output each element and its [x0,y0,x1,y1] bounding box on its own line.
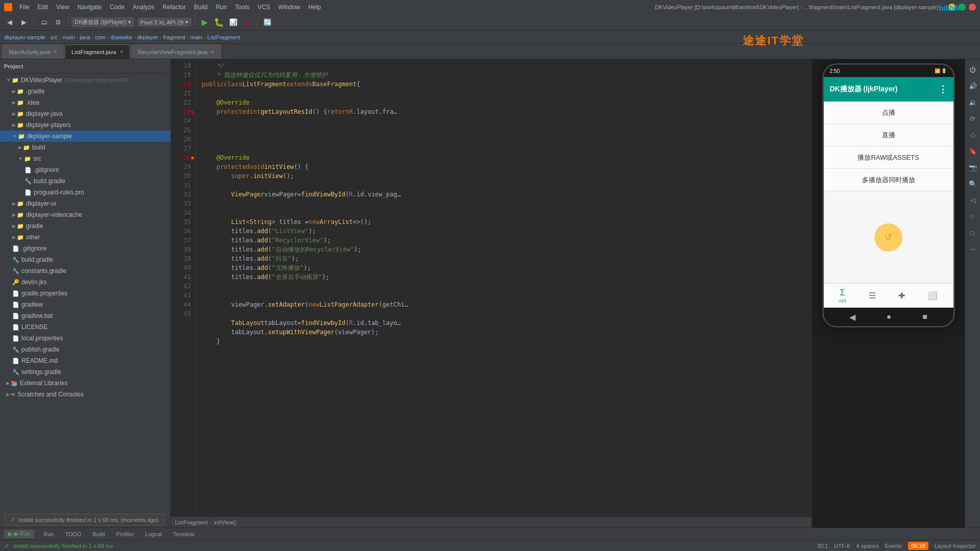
tab-recyclerviewfragment[interactable]: RecyclerViewFragment.java ✕ [131,44,222,59]
profile-button[interactable]: 📊 [227,16,240,29]
tree-src[interactable]: ▼ 📁 src [0,153,170,164]
tab-mainactivity-close[interactable]: ✕ [53,49,57,55]
tab-profiler[interactable]: Profiler [111,530,139,538]
tree-dkplayer-sample[interactable]: ▼ 📁 dkplayer-sample [0,131,170,142]
diamond-tool[interactable]: ◇ [967,129,979,141]
tab-listfragment-close[interactable]: ✕ [119,49,124,55]
menu-run[interactable]: Run [213,3,230,12]
phone-list-item-1[interactable]: 直播 [824,124,953,146]
tree-constants-gradle[interactable]: 🔧 constants.gradle [0,265,170,277]
phone-list-item-2[interactable]: 播放RAW或ASSETS [824,146,953,169]
square-tool[interactable]: □ [967,227,979,239]
code-content[interactable]: */ * 我这样做仅仅只为代码复用，方便维护 public class List… [195,59,812,516]
tab-listfragment[interactable]: ListFragment.java ✕ [65,44,130,59]
rotate-tool[interactable]: ⟳ [967,112,979,124]
menu-window[interactable]: Window [275,3,303,12]
breadcrumb-item-7[interactable]: fragment [163,34,185,40]
breadcrumb-item-9[interactable]: ListFragment [207,34,240,40]
back-nav-tool[interactable]: ◁ [967,194,979,206]
tree-devlin-jks[interactable]: 🔑 devlin.jks [0,277,170,288]
tree-local-properties[interactable]: 📄 local.properties [0,333,170,344]
menu-tools[interactable]: Tools [232,3,253,12]
maximize-button[interactable] [959,4,966,11]
breadcrumb-item-2[interactable]: main [63,34,75,40]
run-button[interactable]: ▶ ▶ Run [4,530,34,538]
menu-edit[interactable]: Edit [34,3,51,12]
phone-recents-btn[interactable]: ■ [922,312,927,321]
phone-nav-list[interactable]: ☰ [869,291,876,300]
tree-root[interactable]: ▼ 📁 DKVideoPlayer D:\workspace\ttit\andr… [0,74,170,86]
tree-dkplayer-videocache[interactable]: ▶ 📁 dkplayer-videocache [0,209,170,220]
breadcrumb-item-3[interactable]: java [80,34,90,40]
tab-todo[interactable]: TODO [60,530,86,538]
phone-nav-plus[interactable]: ✚ [898,291,905,300]
tree-scratches[interactable]: ▶ ✏ Scratches and Consoles [0,389,170,400]
project-structure-button[interactable]: 🗂 [37,16,51,29]
tree-dkplayer-ui[interactable]: ▶ 📁 dkplayer-ui [0,198,170,209]
breadcrumb-item-5[interactable]: dueeeke [111,34,132,40]
bookmark-tool[interactable]: 🔖 [967,145,979,157]
tree-gitignore-sample[interactable]: 📄 .gitignore [0,164,170,176]
tree-gradle-properties[interactable]: 📄 gradle.properties [0,288,170,299]
close-button[interactable] [969,4,976,11]
breadcrumb-item-6[interactable]: dkplayer [137,34,158,40]
more-tool[interactable]: ⋯ [967,243,979,255]
menu-view[interactable]: View [53,3,72,12]
menu-build[interactable]: Build [191,3,211,12]
volume-tool[interactable]: 🔊 [967,80,979,92]
tree-readme[interactable]: 📄 README.md [0,355,170,366]
phone-list-item-3[interactable]: 多播放器同时播放 [824,169,953,191]
back-button[interactable]: ◀ [3,16,16,29]
tree-gradle-hidden[interactable]: ▶ 📁 .gradle [0,86,170,97]
debug-button[interactable]: 🐛 [212,16,226,29]
tree-settings-gradle[interactable]: 🔧 settings.gradle [0,366,170,378]
menu-file[interactable]: File [16,3,32,12]
phone-nav-screen[interactable]: ⬜ [927,291,938,300]
menu-navigate[interactable]: Navigate [75,3,105,12]
phone-menu-icon[interactable]: ⋮ [938,84,947,95]
volume-down-tool[interactable]: 🔉 [967,96,979,108]
tree-dkplayer-players[interactable]: ▶ 📁 dkplayer-players [0,119,170,131]
breadcrumb-item-8[interactable]: main [190,34,203,40]
tree-external-libs[interactable]: ▶ 📚 External Libraries [0,378,170,389]
tree-publish-gradle[interactable]: 🔧 publish.gradle [0,344,170,355]
run-app-button[interactable]: ▶ [198,16,211,29]
breadcrumb-item-4[interactable]: com [95,34,106,40]
tree-idea[interactable]: ▶ 📁 .idea [0,97,170,108]
device-config-selector[interactable]: Pixel 3 XL API 29 ▾ [137,18,192,27]
tree-other[interactable]: ▶ 📁 other [0,232,170,243]
tree-gradlew-bat[interactable]: 📄 gradlew.bat [0,310,170,321]
device-selector[interactable]: DK播放器 (IjkPlayer) ▾ [71,17,134,27]
menu-help[interactable]: Help [305,3,324,12]
tab-build[interactable]: Build [87,530,110,538]
tree-gradlew[interactable]: 📄 gradlew [0,299,170,310]
tab-mainactivity[interactable]: MainActivity.java ✕ [2,44,64,59]
tab-terminal[interactable]: Terminal [168,530,200,538]
phone-nav-api[interactable]: Σ API [839,288,847,304]
tree-buildgradle-sample[interactable]: 🔧 build.gradle [0,176,170,187]
menu-code[interactable]: Code [107,3,128,12]
power-tool[interactable]: ⏻ [967,63,979,76]
code-area[interactable]: 18 19 20 21 22 23 ● 24 25 26 27 28 ● 29 … [171,59,812,516]
layout-inspector-btn[interactable]: Layout Inspector [935,543,976,549]
settings-button[interactable]: ⚙ [52,16,65,29]
camera-tool[interactable]: 📷 [967,161,979,173]
phone-back-btn[interactable]: ◀ [849,312,855,322]
tree-gitignore-root[interactable]: 📄 .gitignore [0,243,170,254]
tree-gradle-folder[interactable]: ▶ 📁 gradle [0,220,170,232]
tab-logcat[interactable]: Logcat [140,530,167,538]
sync-button[interactable]: 🔄 [261,16,274,29]
tree-license[interactable]: 📄 LICENSE [0,321,170,333]
tab-recyclerviewfragment-close[interactable]: ✕ [210,49,214,55]
phone-list-item-0[interactable]: 点播 [824,102,953,124]
minimize-button[interactable] [948,4,955,11]
menu-analyze[interactable]: Analyze [130,3,158,12]
breadcrumb-item-1[interactable]: src [50,34,58,40]
breadcrumb-item-0[interactable]: dkplayer-sample [4,34,45,40]
zoom-in-tool[interactable]: 🔍 [967,178,979,190]
stop-button[interactable]: ■ [241,16,254,29]
status-time[interactable]: 06:18 [908,542,928,550]
menu-vcs[interactable]: VCS [255,3,274,12]
phone-home-btn[interactable]: ● [887,312,892,321]
tree-buildgradle-root[interactable]: 🔧 build.gradle [0,254,170,265]
